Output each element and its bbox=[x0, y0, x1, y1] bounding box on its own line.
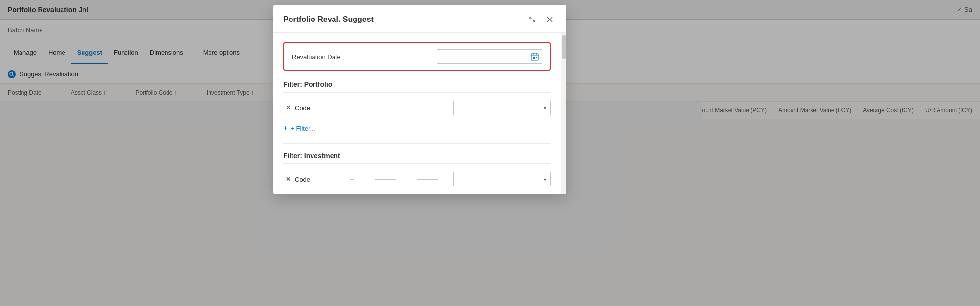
add-filter-plus-icon: + bbox=[283, 124, 288, 133]
filter-investment-title: Filter: Investment bbox=[283, 152, 551, 160]
investment-divider bbox=[283, 163, 551, 164]
filter-portfolio-title: Filter: Portfolio bbox=[283, 81, 551, 88]
svg-rect-8 bbox=[533, 57, 534, 58]
section-spacer-divider bbox=[283, 143, 551, 144]
modal-header: Portfolio Reval. Suggest bbox=[273, 5, 566, 33]
investment-code-filter-row: ✕ Code ▾ bbox=[283, 172, 551, 186]
filter-portfolio-section: Filter: Portfolio ✕ Code ▾ + + Filter... bbox=[283, 81, 551, 136]
revaluation-date-dots bbox=[374, 57, 433, 57]
portfolio-code-dots bbox=[350, 108, 447, 108]
investment-code-chevron-icon: ▾ bbox=[544, 177, 546, 182]
modal-scrollbar[interactable] bbox=[561, 33, 566, 194]
modal-content-area: Revaluation Date bbox=[273, 33, 566, 194]
modal-title: Portfolio Reval. Suggest bbox=[283, 15, 374, 24]
portfolio-add-filter-label: + Filter... bbox=[291, 125, 315, 132]
revaluation-date-input-wrap bbox=[437, 49, 542, 64]
svg-rect-9 bbox=[534, 57, 535, 58]
calendar-icon[interactable] bbox=[527, 49, 542, 64]
portfolio-code-label: Code bbox=[295, 104, 344, 112]
svg-rect-11 bbox=[533, 58, 534, 59]
modal-header-actions bbox=[525, 13, 557, 26]
svg-rect-10 bbox=[536, 57, 537, 58]
revaluation-date-input[interactable] bbox=[437, 50, 527, 63]
investment-code-dots bbox=[350, 179, 447, 180]
portfolio-code-chevron-icon: ▾ bbox=[544, 105, 546, 111]
investment-code-remove-button[interactable]: ✕ bbox=[283, 174, 293, 184]
modal-close-button[interactable] bbox=[543, 13, 557, 26]
portfolio-divider bbox=[283, 92, 551, 93]
revaluation-date-field-row: Revaluation Date bbox=[283, 42, 551, 71]
portfolio-code-filter-row: ✕ Code ▾ bbox=[283, 101, 551, 115]
filter-investment-section: Filter: Investment ✕ Code ▾ bbox=[283, 152, 551, 186]
portfolio-code-dropdown[interactable]: ▾ bbox=[453, 101, 551, 115]
portfolio-code-remove-button[interactable]: ✕ bbox=[283, 103, 293, 113]
modal-scrollbar-thumb bbox=[562, 35, 566, 59]
svg-rect-12 bbox=[534, 58, 535, 59]
investment-code-dropdown[interactable]: ▾ bbox=[453, 172, 551, 186]
modal-body: Revaluation Date bbox=[273, 33, 561, 194]
modal-expand-button[interactable] bbox=[525, 13, 539, 26]
portfolio-add-filter-button[interactable]: + + Filter... bbox=[283, 121, 551, 136]
investment-code-label: Code bbox=[295, 176, 344, 183]
modal-dialog: Portfolio Reval. Suggest Revaluation Dat… bbox=[273, 5, 566, 194]
revaluation-date-label: Revaluation Date bbox=[292, 53, 370, 61]
